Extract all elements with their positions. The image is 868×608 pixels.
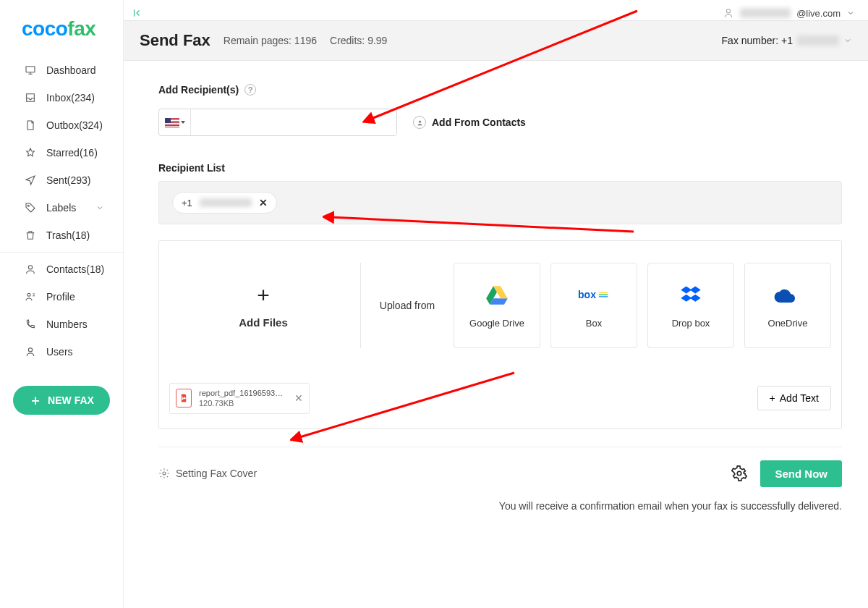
setting-fax-cover-button[interactable]: Setting Fax Cover: [158, 468, 257, 479]
sidebar-item-outbox[interactable]: Outbox(324): [0, 111, 123, 139]
plus-icon: +: [770, 392, 775, 404]
phone-icon: [25, 318, 36, 330]
sidebar-item-dashboard[interactable]: Dashboard: [0, 56, 123, 84]
svg-rect-0: [26, 67, 35, 72]
add-from-contacts-button[interactable]: Add From Contacts: [413, 116, 526, 129]
recipient-list-label: Recipient List: [158, 162, 842, 174]
send-now-button[interactable]: Send Now: [760, 460, 842, 487]
page-header: Send Fax Remain pages: 1196 Credits: 9.9…: [124, 20, 868, 61]
tile-box[interactable]: box Box: [550, 263, 637, 348]
setting-cover-label: Setting Fax Cover: [176, 468, 257, 479]
add-from-contacts-label: Add From Contacts: [432, 117, 526, 128]
file-size: 120.73KB: [199, 398, 283, 408]
remove-file-icon[interactable]: ✕: [294, 392, 303, 404]
sidebar-item-labels[interactable]: Labels: [0, 194, 123, 221]
tile-google-drive[interactable]: Google Drive: [454, 263, 540, 348]
brand-part1: coco: [22, 17, 67, 40]
add-files-button[interactable]: + Add Files: [169, 263, 357, 348]
recipient-chip: +1 xxxx ✕: [172, 192, 277, 214]
phone-number-field[interactable]: [191, 109, 396, 135]
credits: Credits: 9.99: [330, 35, 387, 46]
outbox-icon: [25, 119, 36, 131]
chevron-down-icon: [843, 36, 852, 45]
sidebar-item-contacts[interactable]: Contacts(18): [0, 256, 123, 283]
tile-onedrive[interactable]: OneDrive: [744, 263, 831, 348]
new-fax-button[interactable]: ＋ NEW FAX: [13, 386, 110, 415]
add-files-label: Add Files: [239, 316, 288, 329]
contacts-icon: [25, 263, 36, 275]
fax-number-label: Fax number: +1: [722, 35, 793, 46]
nav-label: Dashboard: [46, 64, 96, 76]
sidebar-item-users[interactable]: Users: [0, 338, 123, 366]
settings-gear-icon[interactable]: [731, 465, 747, 481]
google-drive-icon: [481, 283, 513, 308]
upload-tiles: Google Drive box Box Drop b: [451, 263, 831, 348]
box-icon: box: [578, 283, 610, 308]
nav-label: Labels: [46, 202, 76, 214]
sidebar-item-starred[interactable]: Starred(16): [0, 139, 123, 166]
nav-list: Dashboard Inbox(234) Outbox(324) Starred…: [0, 56, 123, 249]
brand-part2: fax: [67, 17, 95, 40]
svg-point-1: [27, 205, 29, 206]
attached-file-chip: report_pdf_16196593… 120.73KB ✕: [169, 383, 310, 414]
email-redacted: xxxxxxx: [740, 8, 791, 18]
brand-logo: cocofax: [0, 13, 123, 56]
gear-icon: [158, 468, 170, 479]
user-icon: [723, 7, 734, 19]
add-text-label: Add Text: [780, 392, 819, 404]
country-selector[interactable]: [159, 109, 191, 135]
file-name: report_pdf_16196593…: [199, 388, 283, 398]
svg-point-12: [738, 471, 742, 476]
new-fax-label: NEW FAX: [48, 394, 94, 406]
faxnum-redacted: xxxx: [797, 35, 839, 46]
fax-number-selector[interactable]: Fax number: +1 xxxx: [722, 35, 852, 46]
svg-point-5: [726, 9, 730, 13]
upload-box: + Add Files Upload from Google Drive: [158, 240, 842, 429]
chevron-down-icon[interactable]: [846, 9, 855, 17]
sidebar-item-profile[interactable]: Profile: [0, 283, 123, 311]
svg-text:box: box: [578, 289, 596, 300]
nav-label: Outbox(324): [46, 119, 103, 131]
tile-dropbox[interactable]: Drop box: [647, 263, 734, 348]
sidebar-divider: [0, 252, 123, 253]
confirmation-message: You will receive a confirmation email wh…: [158, 500, 842, 512]
dropbox-icon: [675, 283, 707, 308]
svg-point-3: [27, 293, 30, 296]
sidebar-item-numbers[interactable]: Numbers: [0, 311, 123, 338]
user-icon: [25, 346, 36, 358]
add-text-button[interactable]: + Add Text: [757, 386, 831, 410]
svg-point-11: [163, 472, 166, 475]
svg-rect-10: [599, 295, 608, 297]
dropdown-caret-icon: [181, 121, 185, 124]
help-icon[interactable]: ?: [244, 84, 256, 96]
nav-list-secondary: Contacts(18) Profile Numbers Users: [0, 256, 123, 366]
recipient-phone-input[interactable]: [158, 109, 397, 136]
tag-icon: [25, 202, 36, 214]
us-flag-icon: [165, 118, 179, 127]
main-panel: xxxxxxx@live.com Send Fax Remain pages: …: [124, 0, 868, 608]
tile-label: OneDrive: [768, 318, 808, 329]
nav-label: Contacts(18): [46, 263, 104, 275]
svg-point-6: [418, 120, 420, 122]
sidebar-item-trash[interactable]: Trash(18): [0, 221, 123, 249]
chip-number-redacted: xxxx: [200, 198, 252, 207]
nav-label: Sent(293): [46, 174, 90, 186]
svg-point-2: [28, 266, 32, 269]
email-suffix: @live.com: [796, 8, 841, 19]
sidebar-item-sent[interactable]: Sent(293): [0, 166, 123, 194]
star-icon: [25, 147, 36, 159]
tile-label: Box: [586, 318, 602, 329]
remove-recipient-icon[interactable]: ✕: [259, 197, 268, 208]
topbar: xxxxxxx@live.com: [124, 0, 868, 22]
plus-icon: ＋: [29, 395, 42, 405]
trash-icon: [25, 229, 36, 241]
recipient-list: +1 xxxx ✕: [158, 181, 842, 224]
tile-label: Google Drive: [469, 318, 524, 329]
content-area: Add Recipient(s) ? Add From Contacts: [124, 61, 868, 526]
chevron-down-icon: [94, 203, 106, 212]
sidebar-item-inbox[interactable]: Inbox(234): [0, 84, 123, 111]
chip-prefix: +1: [182, 198, 192, 208]
sidebar: cocofax Dashboard Inbox(234) Outbox(324)…: [0, 0, 124, 608]
pdf-file-icon: [176, 389, 192, 408]
inbox-icon: [25, 92, 36, 104]
